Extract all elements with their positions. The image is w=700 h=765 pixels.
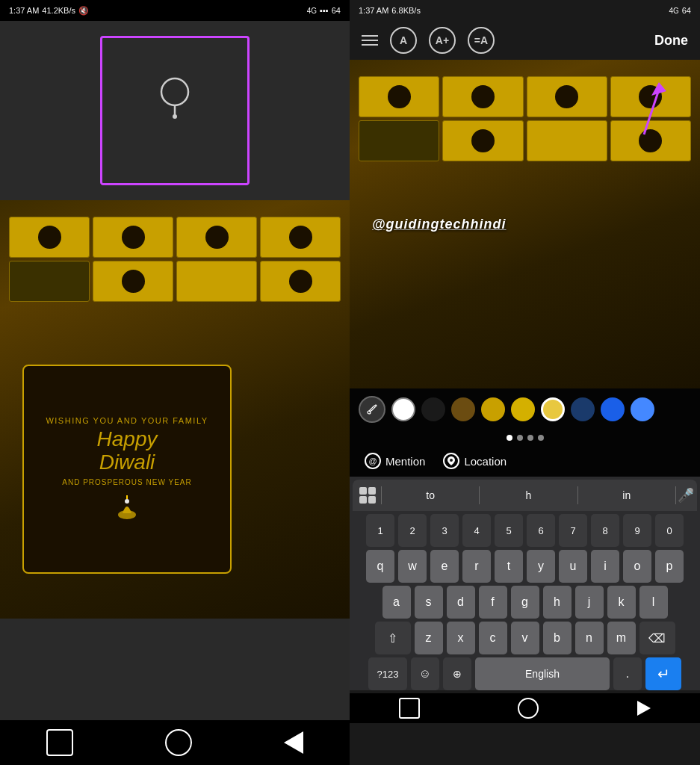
key-u[interactable]: u <box>559 550 587 583</box>
mention-label: Mention <box>385 455 425 468</box>
purple-arrow-icon <box>618 75 670 142</box>
done-button[interactable]: Done <box>654 33 688 49</box>
key-t[interactable]: t <box>495 550 523 583</box>
key-period[interactable]: . <box>613 657 642 690</box>
choc-cell-5 <box>9 261 90 302</box>
key-h[interactable]: h <box>543 586 572 619</box>
keyboard-suggestions: to h in 🎤 <box>353 480 697 511</box>
key-o[interactable]: o <box>623 550 651 583</box>
font-style-button[interactable]: A <box>390 27 417 54</box>
key-s[interactable]: s <box>415 586 443 619</box>
key-k[interactable]: k <box>607 586 636 619</box>
sugg-div-3 <box>577 486 578 504</box>
location-button[interactable]: Location <box>443 453 507 469</box>
eyedropper-icon <box>366 403 378 415</box>
key-backspace[interactable]: ⌫ <box>639 622 675 654</box>
home-button[interactable] <box>165 729 192 756</box>
key-f[interactable]: f <box>479 586 507 619</box>
svg-point-2 <box>173 114 177 119</box>
color-white[interactable] <box>391 397 415 421</box>
key-i[interactable]: i <box>591 550 619 583</box>
key-6[interactable]: 6 <box>527 514 555 547</box>
key-5[interactable]: 5 <box>495 514 523 547</box>
key-emoji[interactable]: ☺ <box>411 657 439 690</box>
back-button[interactable] <box>284 731 303 754</box>
mic-icon[interactable]: 🎤 <box>678 487 694 504</box>
key-spacebar[interactable]: English <box>475 657 610 690</box>
dot-ind-1 <box>507 435 512 441</box>
purple-rect-overlay[interactable] <box>100 36 250 185</box>
font-size-button[interactable]: A+ <box>429 27 456 54</box>
key-x[interactable]: x <box>447 622 475 654</box>
key-2[interactable]: 2 <box>398 514 427 547</box>
key-8[interactable]: 8 <box>591 514 619 547</box>
color-dark-blue[interactable] <box>571 397 595 421</box>
key-v[interactable]: v <box>511 622 539 654</box>
key-1[interactable]: 1 <box>366 514 394 547</box>
status-right-icons: 4G 64 <box>669 6 691 15</box>
key-p[interactable]: p <box>655 550 684 583</box>
color-light-blue[interactable] <box>631 397 654 421</box>
sugg-div-1 <box>381 486 382 504</box>
choc-grid <box>0 208 350 311</box>
key-b[interactable]: b <box>543 622 572 654</box>
key-7[interactable]: 7 <box>559 514 587 547</box>
suggestion-in[interactable]: in <box>580 482 674 509</box>
key-e[interactable]: e <box>430 550 459 583</box>
keyboard-row-a: a s d f g h j k l <box>353 586 697 619</box>
status-bar-right: 1:37 AM 6.8KB/s 4G 64 <box>350 0 700 21</box>
key-m[interactable]: m <box>607 622 636 654</box>
svg-line-6 <box>644 90 659 134</box>
color-black[interactable] <box>421 397 445 421</box>
color-dark-yellow[interactable] <box>481 397 505 421</box>
color-blue[interactable] <box>601 397 625 421</box>
time-left: 1:37 AM <box>9 6 39 15</box>
color-yellow[interactable] <box>511 397 535 421</box>
color-gold[interactable] <box>541 397 565 421</box>
recents-button-right[interactable] <box>399 698 420 719</box>
location-icon <box>443 453 459 469</box>
key-0[interactable]: 0 <box>655 514 684 547</box>
key-d[interactable]: d <box>447 586 475 619</box>
recents-button[interactable] <box>46 729 73 756</box>
suggestion-h[interactable]: h <box>481 482 575 509</box>
suggestion-to[interactable]: to <box>383 482 477 509</box>
back-button-right[interactable] <box>637 701 651 716</box>
home-button-right[interactable] <box>518 698 539 719</box>
key-4[interactable]: 4 <box>462 514 491 547</box>
key-9[interactable]: 9 <box>623 514 651 547</box>
location-pin-icon <box>156 75 193 124</box>
svg-point-4 <box>125 499 129 504</box>
key-globe[interactable]: ⊕ <box>443 657 471 690</box>
key-l[interactable]: l <box>639 586 668 619</box>
color-brown[interactable] <box>451 397 475 421</box>
bottom-nav-left <box>0 720 350 765</box>
keyboard-grid-icon[interactable] <box>356 483 380 507</box>
key-c[interactable]: c <box>479 622 507 654</box>
right-panel: 1:37 AM 6.8KB/s 4G 64 A A+ <box>350 0 700 765</box>
eyedropper-button[interactable] <box>359 396 385 423</box>
key-z[interactable]: z <box>415 622 443 654</box>
text-align-button[interactable]: =A <box>468 27 495 54</box>
key-shift[interactable]: ⇧ <box>375 622 411 654</box>
mention-button[interactable]: @ Mention <box>365 453 425 469</box>
svg-point-9 <box>450 459 453 462</box>
key-g[interactable]: g <box>511 586 539 619</box>
left-image-area: @guidingtechhindi WISHING YOU AND YOUR F… <box>0 21 350 765</box>
key-w[interactable]: w <box>398 550 427 583</box>
username-overlay-right[interactable]: @guidingtechhindi <box>372 217 507 232</box>
key-enter[interactable]: ↵ <box>645 657 681 690</box>
4g-icon-right: 4G <box>669 7 678 15</box>
key-y[interactable]: y <box>527 550 555 583</box>
key-a[interactable]: a <box>382 586 411 619</box>
time-right: 1:37 AM <box>359 6 388 15</box>
key-n[interactable]: n <box>575 622 604 654</box>
key-j[interactable]: j <box>575 586 604 619</box>
key-numbers-toggle[interactable]: ?123 <box>368 657 407 690</box>
key-3[interactable]: 3 <box>430 514 459 547</box>
hamburger-menu[interactable] <box>362 35 378 46</box>
key-q[interactable]: q <box>366 550 394 583</box>
left-panel: 1:37 AM 41.2KB/s 🔇 4G ▪▪▪ 64 <box>0 0 350 765</box>
mention-icon: @ <box>365 453 381 469</box>
key-r[interactable]: r <box>462 550 491 583</box>
